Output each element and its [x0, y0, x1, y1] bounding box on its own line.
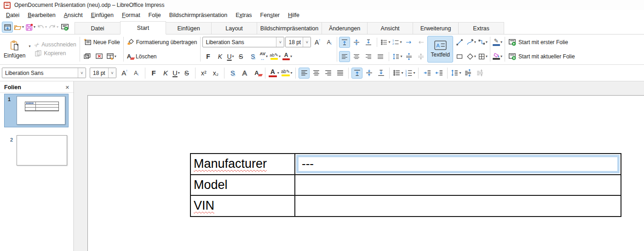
subscript-button[interactable]: x₂	[210, 68, 221, 79]
valign-bottom-button-2[interactable]	[375, 68, 386, 79]
align-left-button[interactable]	[339, 51, 350, 62]
align-justify-button-2[interactable]	[334, 68, 345, 79]
shadow-button[interactable]: S	[247, 51, 259, 62]
font-color-button[interactable]: A ▾	[282, 52, 293, 60]
highlight-color-button[interactable]: ab✎ ▾	[269, 53, 281, 60]
undo-button[interactable]: ▾	[36, 22, 47, 33]
decrease-indent-button[interactable]	[433, 68, 444, 79]
save-dropdown[interactable]: ▾	[34, 25, 35, 29]
unordered-list-button[interactable]: ▾	[380, 39, 391, 46]
valign-center-button-2[interactable]	[363, 68, 374, 79]
align-justify-button[interactable]	[375, 51, 386, 62]
menu-hilfe[interactable]: Hilfe	[284, 11, 304, 19]
valign-bottom-button[interactable]	[363, 37, 374, 48]
valign-center-button[interactable]	[351, 37, 362, 48]
increase-indent-button[interactable]	[421, 68, 432, 79]
bold-button-2[interactable]: F	[148, 68, 159, 79]
promote-button[interactable]	[415, 37, 426, 48]
close-icon[interactable]: ✕	[65, 85, 69, 91]
tab-datei[interactable]: Datei	[75, 22, 121, 34]
menu-format[interactable]: Format	[118, 11, 144, 19]
tab-aenderungen[interactable]: Änderungen	[322, 22, 368, 34]
line-color-button[interactable]: ✎ ▾	[492, 38, 503, 46]
tab-bildschirmpraesentation[interactable]: Bildschirmpräsentation	[257, 22, 322, 34]
cut-button[interactable]: ✂ Ausschneiden	[33, 40, 77, 49]
insert-shape-button[interactable]: ▾	[466, 53, 477, 60]
menu-bildschirmpraesentation[interactable]: Bildschirmpräsentation	[165, 11, 231, 19]
content-table[interactable]: Manufacturer --- Model VIN	[190, 153, 621, 217]
slide-layout-button[interactable]: ▾	[106, 52, 117, 60]
bold-button[interactable]: F	[202, 51, 213, 62]
table-cell-model-label[interactable]: Model	[191, 175, 294, 195]
chevron-down-icon[interactable]: ˅	[78, 68, 86, 78]
tab-start[interactable]: Start	[120, 21, 166, 34]
table-cell-manufacturer-value[interactable]: ---	[295, 154, 621, 174]
chevron-down-icon[interactable]: ˅	[276, 37, 284, 47]
decrease-paragraph-spacing-button-2[interactable]	[474, 68, 485, 79]
tab-layout[interactable]: Layout	[211, 22, 257, 34]
notebookbar-menu-button[interactable]	[2, 22, 13, 33]
start-first-slide-button[interactable]: Start mit erster Folie	[507, 37, 569, 47]
valign-top-button[interactable]	[339, 37, 350, 48]
open-dropdown[interactable]: ▾	[22, 25, 24, 29]
increase-paragraph-spacing-button[interactable]	[403, 51, 414, 62]
underline-button-2[interactable]: U▾	[172, 69, 180, 76]
chevron-down-icon[interactable]: ˅	[303, 37, 310, 47]
tab-erweiterung[interactable]: Erweiterung	[413, 22, 459, 34]
undo-dropdown[interactable]: ▾	[45, 25, 47, 29]
menu-extras[interactable]: Extras	[231, 11, 256, 19]
open-button[interactable]: ▾	[13, 22, 24, 33]
clear-formatting-button[interactable]: A Löschen	[126, 52, 158, 61]
strikethrough-button-2[interactable]: S	[181, 68, 192, 79]
table-cell-vin-label[interactable]: VIN	[191, 196, 294, 216]
start-presentation-button[interactable]	[59, 22, 70, 33]
align-center-button-2[interactable]	[310, 68, 322, 79]
redo-button[interactable]: ▾	[48, 22, 59, 33]
table-cell-model-value[interactable]	[295, 175, 621, 195]
outline-font-button[interactable]: A	[239, 68, 250, 79]
start-current-slide-button[interactable]: Start mit aktueller Folie	[507, 51, 576, 62]
font-color-button-2[interactable]: A ▾	[268, 68, 280, 77]
active-text-edit-frame[interactable]: ---	[296, 155, 620, 173]
align-right-button-2[interactable]	[322, 68, 334, 79]
highlight-color-button-2[interactable]: ab✎ ▾	[281, 69, 293, 76]
menu-einfuegen[interactable]: Einfügen	[87, 11, 118, 19]
insert-textbox-button[interactable]: A Textfeld	[427, 36, 453, 63]
menu-ansicht[interactable]: Ansicht	[60, 11, 87, 19]
strikethrough-button[interactable]: S	[236, 51, 247, 62]
table-cell-vin-value[interactable]	[295, 196, 621, 216]
italic-button-2[interactable]: K	[160, 68, 171, 79]
copy-button[interactable]: Kopieren	[33, 49, 77, 58]
shrink-font-button-2[interactable]: A↓	[131, 68, 142, 79]
character-spacing-button[interactable]: AV↔ ▾	[259, 51, 269, 61]
tab-einfuegen[interactable]: Einfügen	[166, 22, 212, 34]
decrease-paragraph-spacing-button[interactable]	[415, 51, 426, 62]
insert-curve-button[interactable]: ▾	[466, 39, 477, 46]
clone-formatting-button[interactable]: Formatierung übertragen	[126, 38, 199, 47]
slide-thumbnail-1[interactable]: 1	[4, 94, 69, 127]
redo-dropdown[interactable]: ▾	[57, 25, 58, 29]
shrink-font-button[interactable]: A↓	[324, 37, 335, 48]
font-name-combo[interactable]: Liberation Sans ˅	[202, 37, 284, 47]
increase-paragraph-spacing-button-2[interactable]	[462, 68, 473, 79]
tab-ansicht[interactable]: Ansicht	[367, 22, 413, 34]
duplicate-slide-button[interactable]	[82, 51, 93, 62]
shadow-button-2[interactable]: S	[227, 68, 238, 79]
line-spacing-button[interactable]: ▾	[392, 53, 402, 60]
menu-folie[interactable]: Folie	[144, 11, 165, 19]
display-views-button[interactable]: ▾	[477, 53, 488, 60]
insert-connector-button[interactable]: ▾	[477, 39, 488, 46]
grow-font-button-2[interactable]: A↑	[119, 68, 130, 79]
unordered-list-button-2[interactable]: ▾	[392, 69, 403, 77]
grow-font-button[interactable]: A↑	[312, 37, 323, 48]
insert-line-button[interactable]	[454, 37, 465, 48]
insert-rectangle-button[interactable]	[454, 51, 465, 62]
demote-button[interactable]	[403, 37, 414, 48]
new-slide-button[interactable]: Neue Folie	[82, 37, 121, 47]
italic-button[interactable]: K	[214, 51, 225, 62]
align-left-button-2[interactable]	[299, 68, 310, 79]
menu-fenster[interactable]: Fenster	[256, 11, 284, 19]
fill-color-button[interactable]: ▾	[492, 53, 503, 60]
font-size-combo[interactable]: 18 pt ˅	[285, 37, 311, 47]
valign-top-button-2[interactable]	[351, 68, 362, 79]
